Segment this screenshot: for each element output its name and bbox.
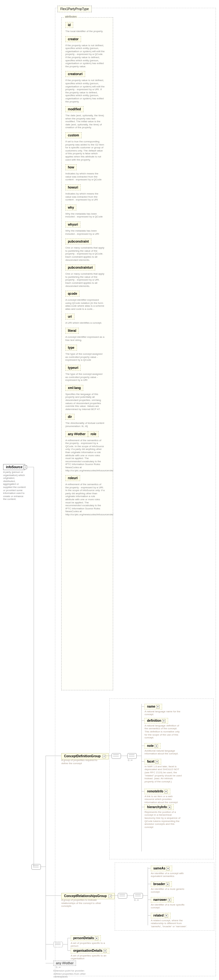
attr-desc: If the property value is not defined, sp… xyxy=(65,44,105,68)
cardinality: 0..∞ xyxy=(134,899,139,902)
attr-desc: The local identifier of the property. xyxy=(65,30,105,33)
name-element: name+ xyxy=(144,704,162,710)
expand-icon[interactable]: + xyxy=(162,719,166,723)
attr-type: type xyxy=(65,345,77,351)
organisationdetails-element: organisationDetails+ xyxy=(71,948,110,954)
expand-icon[interactable]: + xyxy=(155,760,159,764)
definition-element: definition+ xyxy=(144,718,168,724)
attr-desc: One or many constraints that apply to pu… xyxy=(65,247,105,261)
sequence-connector xyxy=(111,753,121,759)
attr-creatoruri: creatoruri xyxy=(65,71,85,77)
expand-icon[interactable]: + xyxy=(164,790,168,793)
attr-role: role xyxy=(88,431,98,437)
infosource-desc: A party (person or organisation) which o… xyxy=(3,471,27,501)
elem-desc: A natural language definition of the sem… xyxy=(144,724,182,739)
elem-desc: An identifier of a more specific concept… xyxy=(151,903,189,909)
attr-anyother: any ##other xyxy=(65,431,88,437)
attr-desc: Specifies the language of this property … xyxy=(65,393,105,411)
sequence-connector xyxy=(32,864,41,870)
concept-relationships-group: ConceptRelationshipsGroup − xyxy=(61,893,115,899)
attr-desc: If the property value is not defined, sp… xyxy=(65,79,105,103)
attr-creator: creator xyxy=(65,36,81,42)
type-name: Flex1PartyPropType xyxy=(57,6,92,12)
expand-icon[interactable]: + xyxy=(165,914,168,918)
sequence-connector xyxy=(118,893,127,899)
elem-desc: A set of properties specific to a person xyxy=(71,942,108,948)
elem-desc: A link to an item or a web resource whic… xyxy=(144,795,182,804)
elem-desc: A set of properties specific to an organ… xyxy=(71,954,108,960)
elem-desc: In NAR 1.8 and later, facet is deprecate… xyxy=(144,765,182,783)
expand-icon[interactable]: + xyxy=(168,898,171,902)
expand-icon[interactable]: − xyxy=(108,894,112,898)
attr-desc: Why the metadata has been included - exp… xyxy=(65,229,105,235)
attr-desc: The directionality of textual content (e… xyxy=(65,422,105,428)
attr-custom: custom xyxy=(65,132,82,138)
attr-desc: A refinement of the semantics of the pro… xyxy=(65,439,105,472)
any-other-element: any ##other xyxy=(53,961,76,966)
expand-icon[interactable]: + xyxy=(155,745,158,748)
expand-icon[interactable]: + xyxy=(166,867,170,870)
attr-xmllang: xml:lang xyxy=(65,385,83,391)
cardinality: 0..∞ xyxy=(56,966,91,969)
infosource-element: infoSource − xyxy=(3,464,25,470)
attr-id: id xyxy=(65,22,73,28)
attr-howuri: howuri xyxy=(65,185,81,190)
sequence-connector xyxy=(133,893,143,899)
sameas-element: sameAs+ xyxy=(151,865,172,871)
concept-definition-group: ConceptDefinitionGroup − xyxy=(61,753,109,759)
related-element: related+ xyxy=(151,913,171,918)
facet-element: facet+ xyxy=(144,759,161,764)
persondetails-element: personDetails+ xyxy=(71,935,101,941)
elem-desc: Additional natural language information … xyxy=(144,749,182,755)
expand-icon[interactable]: + xyxy=(156,705,160,708)
attr-whyuri: whyuri xyxy=(65,221,81,228)
attr-desc: Indicates by which means the value was e… xyxy=(65,172,105,181)
attr-roleuri: roleuri xyxy=(65,475,80,481)
elem-desc: A natural language name for the concept. xyxy=(144,710,182,716)
attr-desc: The type of the concept assigned as cont… xyxy=(65,353,105,362)
attr-pubconstrainturi: pubconstrainturi xyxy=(65,264,95,270)
narrower-element: narrower+ xyxy=(151,897,174,903)
attributes-label: attributes xyxy=(64,15,78,18)
attr-desc: A concept identifier expressed using QCo… xyxy=(65,299,105,310)
attr-desc: If set to true the corresponding propert… xyxy=(65,140,105,161)
note-element: note+ xyxy=(144,743,160,749)
expand-icon[interactable]: + xyxy=(103,949,107,953)
elem-desc: Extension point for provider-defined pro… xyxy=(53,969,91,978)
attr-desc: The type of the concept assigned as cont… xyxy=(65,373,105,382)
crg-desc: A group of properties to indicate relati… xyxy=(61,899,102,908)
sequence-connector xyxy=(127,753,136,759)
expand-icon[interactable]: + xyxy=(168,806,171,809)
attr-desc: A refinement of the semantics of the pro… xyxy=(65,483,105,516)
elem-desc: Represents the position of a concept in … xyxy=(144,811,182,829)
attr-uri: uri xyxy=(65,313,75,320)
attr-desc: A concept identifier expressed as a free… xyxy=(65,336,105,342)
expand-icon[interactable]: + xyxy=(166,883,169,886)
attr-desc: The date (and, optionally, the time) whe… xyxy=(65,114,105,129)
choice-connector xyxy=(53,942,63,947)
elem-desc: A related concept, where the relationshi… xyxy=(151,919,189,928)
expand-icon[interactable]: + xyxy=(95,937,98,940)
cardinality: 0..∞ xyxy=(128,759,133,762)
expand-icon[interactable]: − xyxy=(102,755,106,758)
hierarchyinfo-element: hierarchyInfo+ xyxy=(144,804,174,810)
attr-desc: One or many constraints that apply to pu… xyxy=(65,272,105,288)
attr-desc: A URI which identifies a concept. xyxy=(65,321,105,325)
attr-how: how xyxy=(65,164,77,170)
attr-desc: Indicates by which means the value was e… xyxy=(65,192,105,201)
attr-desc: Why the metadata has been included - exp… xyxy=(65,212,105,218)
attr-literal: literal xyxy=(65,328,79,334)
attr-qcode: qcode xyxy=(65,291,79,297)
attr-typeuri: typeuri xyxy=(65,365,81,371)
elem-desc: An identifier of a concept with equivale… xyxy=(151,872,189,878)
elem-desc: An identifier of a more generic concept. xyxy=(151,888,189,894)
cdg-desc: A group of properties required to define… xyxy=(61,759,102,765)
attr-pubconstraint: pubconstraint xyxy=(65,239,91,245)
broader-element: broader+ xyxy=(151,881,172,887)
attr-modified: modified xyxy=(65,106,84,112)
attr-why: why xyxy=(65,205,76,210)
remoteinfo-element: remoteInfo+ xyxy=(144,789,170,794)
attr-dir: dir xyxy=(65,414,75,420)
